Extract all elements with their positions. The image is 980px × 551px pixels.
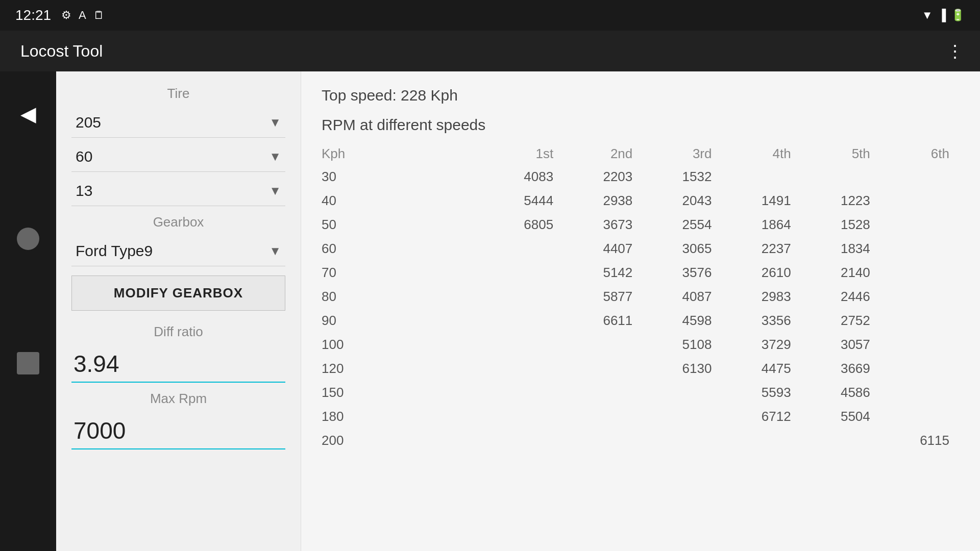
cell-2nd <box>564 357 643 381</box>
cell-2nd: 3673 <box>564 213 643 237</box>
app-bar: Locost Tool ⋮ <box>0 31 980 71</box>
cell-1st <box>484 381 564 405</box>
cell-5th: 2446 <box>801 285 880 309</box>
max-rpm-input[interactable] <box>71 413 285 449</box>
left-panel: Tire 205 ▼ 60 ▼ 13 ▼ Gearbox Ford Type9 … <box>56 71 301 551</box>
status-bar: 12:21 ⚙ A 🗒 ▼ ▐ 🔋 <box>0 0 980 31</box>
cell-kph: 70 <box>322 261 484 285</box>
cell-kph: 80 <box>322 285 484 309</box>
back-button[interactable]: ◀ <box>20 102 36 126</box>
signal-icon: ▐ <box>938 9 946 22</box>
cell-6th <box>880 237 960 261</box>
cell-2nd: 6611 <box>564 309 643 333</box>
cell-3rd <box>643 381 722 405</box>
cell-6th <box>880 261 960 285</box>
cell-kph: 180 <box>322 405 484 429</box>
table-row: 805877408729832446 <box>322 285 960 309</box>
tire-profile-dropdown[interactable]: 60 ▼ <box>71 142 285 172</box>
cell-1st: 5444 <box>484 189 564 213</box>
cell-2nd: 2938 <box>564 189 643 213</box>
tire-width-dropdown[interactable]: 205 ▼ <box>71 108 285 138</box>
top-speed-display: Top speed: 228 Kph <box>322 87 960 104</box>
cell-5th: 3669 <box>801 357 880 381</box>
max-rpm-label: Max Rpm <box>71 391 285 407</box>
cell-6th <box>880 213 960 237</box>
header-5th: 5th <box>801 143 880 165</box>
cell-2nd: 2203 <box>564 165 643 189</box>
cell-1st: 4083 <box>484 165 564 189</box>
cell-2nd <box>564 405 643 429</box>
cell-1st <box>484 405 564 429</box>
cell-3rd: 6130 <box>643 357 722 381</box>
rpm-section-title: RPM at different speeds <box>322 116 960 134</box>
cell-2nd <box>564 429 643 453</box>
cell-6th <box>880 189 960 213</box>
cell-4th: 4475 <box>722 357 801 381</box>
cell-1st <box>484 285 564 309</box>
table-row: 5068053673255418641528 <box>322 213 960 237</box>
tire-profile-arrow-icon: ▼ <box>269 149 281 164</box>
header-4th: 4th <box>722 143 801 165</box>
cell-kph: 120 <box>322 357 484 381</box>
cell-6th <box>880 381 960 405</box>
cell-4th: 2610 <box>722 261 801 285</box>
gearbox-dropdown[interactable]: Ford Type9 ▼ <box>71 236 285 266</box>
cell-kph: 200 <box>322 429 484 453</box>
cell-2nd: 4407 <box>564 237 643 261</box>
app-title: Locost Tool <box>20 42 103 61</box>
tire-section-label: Tire <box>71 86 285 102</box>
cell-4th <box>722 165 801 189</box>
cell-4th: 1491 <box>722 189 801 213</box>
cell-3rd <box>643 405 722 429</box>
cell-4th: 3356 <box>722 309 801 333</box>
cell-kph: 100 <box>322 333 484 357</box>
nav-circle-button[interactable] <box>17 228 39 250</box>
cell-3rd: 3576 <box>643 261 722 285</box>
wifi-icon: ▼ <box>922 9 933 22</box>
rpm-table: Kph 1st 2nd 3rd 4th 5th 6th 304083220315… <box>322 143 960 453</box>
cell-6th <box>880 357 960 381</box>
gearbox-arrow-icon: ▼ <box>269 244 281 258</box>
cell-4th <box>722 429 801 453</box>
tire-rim-dropdown[interactable]: 13 ▼ <box>71 176 285 206</box>
cell-5th <box>801 429 880 453</box>
nav-square-button[interactable] <box>17 352 39 374</box>
cell-1st <box>484 429 564 453</box>
cell-1st <box>484 333 564 357</box>
table-row: 906611459833562752 <box>322 309 960 333</box>
cell-4th: 2983 <box>722 285 801 309</box>
cell-kph: 40 <box>322 189 484 213</box>
table-row: 100510837293057 <box>322 333 960 357</box>
battery-icon: 🔋 <box>951 9 965 22</box>
cell-1st: 6805 <box>484 213 564 237</box>
cell-kph: 60 <box>322 237 484 261</box>
cell-4th: 2237 <box>722 237 801 261</box>
nav-sidebar: ◀ <box>0 71 56 551</box>
cell-4th: 1864 <box>722 213 801 237</box>
cell-3rd: 5108 <box>643 333 722 357</box>
cell-kph: 50 <box>322 213 484 237</box>
modify-gearbox-button[interactable]: MODIFY GEARBOX <box>71 276 285 311</box>
cell-6th <box>880 309 960 333</box>
table-row: 15055934586 <box>322 381 960 405</box>
clipboard-icon: 🗒 <box>93 9 105 22</box>
tire-rim-arrow-icon: ▼ <box>269 184 281 198</box>
header-6th: 6th <box>880 143 960 165</box>
accessibility-icon: A <box>79 9 86 22</box>
cell-3rd: 1532 <box>643 165 722 189</box>
cell-kph: 150 <box>322 381 484 405</box>
cell-2nd <box>564 333 643 357</box>
cell-5th: 1834 <box>801 237 880 261</box>
status-right-icons: ▼ ▐ 🔋 <box>922 9 965 22</box>
status-time: 12:21 <box>15 7 51 23</box>
diff-ratio-input[interactable] <box>71 346 285 383</box>
cell-kph: 30 <box>322 165 484 189</box>
tire-profile-value: 60 <box>76 148 92 165</box>
cell-1st <box>484 261 564 285</box>
cell-5th: 4586 <box>801 381 880 405</box>
overflow-menu-icon[interactable]: ⋮ <box>946 41 965 61</box>
cell-3rd: 4087 <box>643 285 722 309</box>
table-row: 705142357626102140 <box>322 261 960 285</box>
cell-4th: 6712 <box>722 405 801 429</box>
cell-1st <box>484 357 564 381</box>
